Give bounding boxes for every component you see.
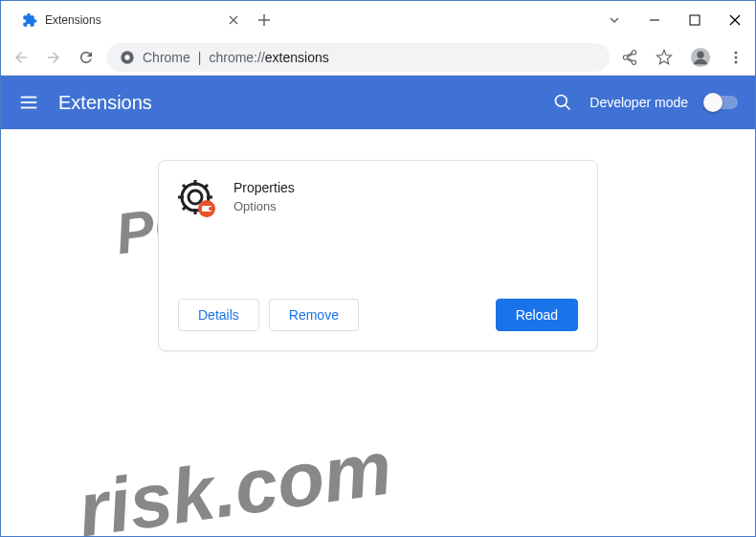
toolbar-icons <box>621 47 744 68</box>
tab-title: Extensions <box>45 13 221 27</box>
page-title: Extensions <box>58 92 534 114</box>
share-icon[interactable] <box>621 49 638 66</box>
profile-icon[interactable] <box>690 47 711 68</box>
hamburger-icon[interactable] <box>18 92 39 113</box>
svg-line-28 <box>204 185 208 189</box>
remove-button[interactable]: Remove <box>269 299 359 331</box>
svg-point-32 <box>209 207 212 211</box>
developer-mode-toggle[interactable] <box>705 96 738 109</box>
close-icon[interactable] <box>729 14 741 26</box>
browser-toolbar: Chrome | chrome://extensions <box>1 39 755 76</box>
search-icon[interactable] <box>553 93 572 112</box>
details-button[interactable]: Details <box>178 299 259 331</box>
reload-icon[interactable] <box>78 49 95 66</box>
extension-description: Options <box>233 199 578 213</box>
watermark: risk.com <box>73 424 397 537</box>
svg-line-27 <box>183 206 187 210</box>
svg-point-18 <box>556 96 567 107</box>
minimize-icon[interactable] <box>649 14 660 26</box>
header-right: Developer mode <box>553 93 738 112</box>
nav-buttons <box>12 49 95 66</box>
svg-line-25 <box>183 185 187 189</box>
new-tab-icon[interactable] <box>257 13 271 27</box>
tab-close-icon[interactable] <box>229 15 238 25</box>
address-divider: | <box>198 50 202 65</box>
maximize-icon[interactable] <box>689 14 700 26</box>
svg-line-19 <box>566 105 570 110</box>
back-icon[interactable] <box>12 49 30 66</box>
address-bar[interactable]: Chrome | chrome://extensions <box>106 43 610 72</box>
reload-button[interactable]: Reload <box>496 299 578 331</box>
developer-mode-label: Developer mode <box>589 95 688 110</box>
svg-point-11 <box>697 51 703 57</box>
browser-tab[interactable]: Extensions <box>11 4 250 36</box>
card-top: Properties Options <box>178 180 578 299</box>
extension-name: Properties <box>233 180 578 195</box>
card-info: Properties Options <box>233 180 578 299</box>
svg-point-9 <box>124 55 129 59</box>
puzzle-icon <box>22 12 37 28</box>
svg-point-12 <box>735 51 738 54</box>
svg-rect-1 <box>690 15 700 25</box>
caret-down-icon[interactable] <box>609 14 620 26</box>
forward-icon[interactable] <box>45 49 62 66</box>
content-area: PC risk.com <box>1 129 755 536</box>
svg-point-14 <box>735 60 738 63</box>
extensions-header: Extensions Developer mode <box>1 76 755 129</box>
menu-icon[interactable] <box>728 50 744 65</box>
svg-point-29 <box>189 190 202 204</box>
extension-card: Properties Options Details Remove Reload <box>158 160 598 351</box>
address-path: chrome://extensions <box>209 50 328 65</box>
chrome-logo-icon <box>120 50 135 65</box>
extension-icon <box>178 180 216 218</box>
star-icon[interactable] <box>656 49 673 66</box>
svg-point-13 <box>735 56 738 58</box>
card-actions: Details Remove Reload <box>178 299 578 331</box>
address-host: Chrome <box>143 50 190 65</box>
tab-bar: Extensions <box>11 1 271 39</box>
